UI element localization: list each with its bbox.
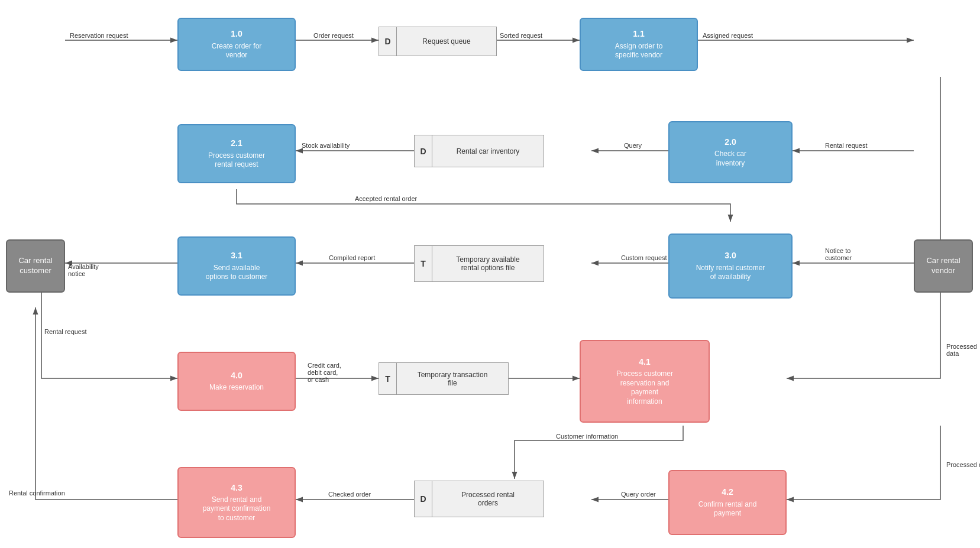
node-21-label: Process customer rental request <box>208 151 265 170</box>
datastore-temp-transaction: T Temporary transaction file <box>379 362 509 395</box>
label-reservation-request: Reservation request <box>70 32 128 39</box>
label-notice-to-customer: Notice to customer <box>825 247 852 261</box>
svg-marker-0 <box>0 0 5 4</box>
label-sorted-request: Sorted request <box>500 32 542 39</box>
node-11-number: 1.1 <box>633 28 644 39</box>
node-43-number: 4.3 <box>231 482 242 493</box>
label-availability-notice: Availability notice <box>68 263 99 277</box>
label-compiled-report: Compiled report <box>329 254 375 261</box>
car-rental-vendor: Car rental vendor <box>914 239 973 293</box>
node-31-label: Send available options to customer <box>206 264 268 282</box>
node-31-number: 3.1 <box>231 250 242 261</box>
node-30: 3.0 Notify rental customer of availabili… <box>668 234 793 299</box>
ds-rci-letter: D <box>415 135 432 167</box>
label-rental-confirmation: Rental confirmation <box>9 489 65 497</box>
ds-rq-letter: D <box>379 27 397 56</box>
datastore-request-queue: D Request queue <box>379 27 497 56</box>
node-40-label: Make reservation <box>209 383 264 393</box>
ds-tt-letter: T <box>379 363 397 394</box>
node-11: 1.1 Assign order to specific vendor <box>580 18 698 71</box>
node-10-label: Create order for vendor <box>212 42 262 60</box>
node-41-number: 4.1 <box>639 356 650 367</box>
ds-rci-label: Rental car inventory <box>432 145 544 158</box>
node-42-number: 4.2 <box>722 487 733 497</box>
label-query-order: Query order <box>621 491 656 498</box>
label-order-request: Order request <box>313 32 354 39</box>
node-10-number: 1.0 <box>231 28 242 39</box>
car-rental-customer-label: Car rental customer <box>18 256 52 276</box>
node-20-label: Check car inventory <box>714 150 746 168</box>
node-41: 4.1 Process customer reservation and pay… <box>580 340 710 423</box>
label-query-20: Query <box>624 142 642 149</box>
label-assigned-request: Assigned request <box>703 32 753 39</box>
node-43: 4.3 Send rental and payment confirmation… <box>177 467 296 538</box>
datastore-processed-rental: D Processed rental orders <box>414 481 544 517</box>
node-31: 3.1 Send available options to customer <box>177 236 296 296</box>
car-rental-vendor-label: Car rental vendor <box>926 256 960 276</box>
node-42: 4.2 Confirm rental and payment <box>668 470 787 535</box>
node-10: 1.0 Create order for vendor <box>177 18 296 71</box>
label-rental-request-40: Rental request <box>44 328 87 335</box>
node-21: 2.1 Process customer rental request <box>177 124 296 183</box>
ds-rq-label: Request queue <box>397 35 496 48</box>
datastore-rental-car-inventory: D Rental car inventory <box>414 135 544 167</box>
node-20: 2.0 Check car inventory <box>668 121 793 183</box>
label-checked-order: Checked order <box>328 491 371 498</box>
node-20-number: 2.0 <box>725 137 736 147</box>
node-42-label: Confirm rental and payment <box>698 500 757 518</box>
label-processed-data-42: Processed data <box>946 461 980 468</box>
node-40: 4.0 Make reservation <box>177 352 296 411</box>
label-processed-data-41: Processed data <box>946 343 977 357</box>
label-stock-availability: Stock availability <box>302 142 350 149</box>
ds-pr-letter: D <box>415 481 432 517</box>
node-30-label: Notify rental customer of availability <box>696 264 765 282</box>
car-rental-customer: Car rental customer <box>6 239 65 293</box>
label-credit-card: Credit card, debit card, or cash <box>308 362 341 383</box>
label-customer-information: Customer information <box>556 433 618 440</box>
node-30-number: 3.0 <box>725 250 736 261</box>
ds-tr-label: Temporary available rental options file <box>432 253 544 274</box>
node-11-label: Assign order to specific vendor <box>615 42 663 60</box>
ds-tr-letter: T <box>415 246 432 281</box>
node-41-label: Process customer reservation and payment… <box>616 369 673 406</box>
label-accepted-rental-order: Accepted rental order <box>355 195 417 202</box>
ds-pr-label: Processed rental orders <box>432 488 544 510</box>
datastore-temp-rental: T Temporary available rental options fil… <box>414 245 544 282</box>
diagram: Car rental customer Car rental vendor 1.… <box>0 0 980 548</box>
label-custom-request: Custom request <box>621 254 667 261</box>
ds-tt-label: Temporary transaction file <box>397 368 508 390</box>
label-rental-request-20: Rental request <box>825 142 868 149</box>
node-40-number: 4.0 <box>231 370 242 381</box>
node-21-number: 2.1 <box>231 138 242 148</box>
node-43-label: Send rental and payment confirmation to … <box>203 495 271 523</box>
